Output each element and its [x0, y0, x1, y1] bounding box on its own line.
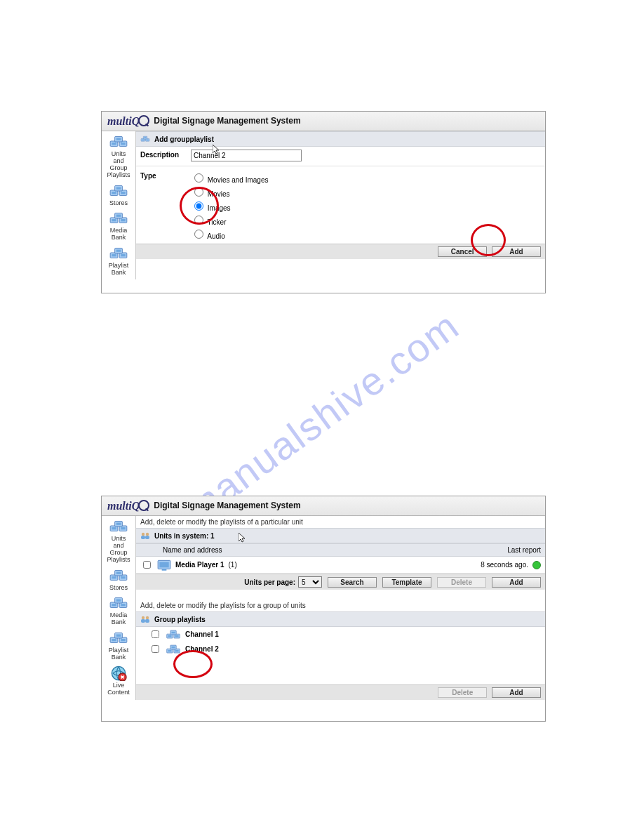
app-title-2: Digital Signage Management System — [154, 501, 300, 510]
live-content-icon — [109, 666, 128, 681]
sidebar-item-media-bank-2[interactable]: Media Bank — [103, 595, 134, 626]
cancel-button[interactable]: Cancel — [438, 246, 487, 257]
units-paging-bar: Units per page: 5 Search Template Delete… — [136, 574, 545, 590]
type-images[interactable]: Images — [191, 199, 269, 213]
col-last: Last report — [507, 546, 541, 554]
sidebar-item-playlist-bank[interactable]: Playlist Bank — [103, 246, 134, 277]
group-name: Channel 1 — [185, 630, 219, 638]
units-per-page-select[interactable]: 5 — [298, 576, 322, 588]
add-unit-button[interactable]: Add — [492, 577, 541, 588]
stores-icon — [109, 183, 128, 199]
unit-checkbox[interactable] — [143, 561, 151, 569]
app-title: Digital Signage Management System — [154, 116, 300, 126]
panel-units-and-groups: multiQ Digital Signage Management System… — [101, 496, 546, 722]
group-icon — [166, 644, 181, 654]
group-checkbox[interactable] — [152, 630, 159, 638]
col-name: Name and address — [163, 546, 222, 554]
app-header: multiQ Digital Signage Management System — [102, 112, 545, 131]
group-row-channel-1[interactable]: Channel 1 — [136, 627, 545, 642]
playlist-bank-icon — [109, 630, 128, 646]
type-ticker[interactable]: Ticker — [191, 213, 269, 227]
group-checkbox[interactable] — [152, 645, 159, 653]
units-columns: Name and address Last report — [136, 543, 545, 557]
type-movies-images[interactable]: Movies and Images — [191, 171, 269, 185]
people-icon — [140, 614, 150, 624]
media-bank-icon — [109, 211, 128, 226]
groups-section-title: Group playlists — [136, 611, 545, 627]
unit-count: (1) — [228, 561, 236, 569]
units-icon — [109, 134, 128, 150]
sidebar-item-stores-2[interactable]: Stores — [103, 568, 134, 592]
type-movies[interactable]: Movies — [191, 185, 269, 199]
main-content-2: Add, delete or modify the playlists of a… — [136, 516, 545, 700]
sidebar-item-media-bank[interactable]: Media Bank — [103, 211, 134, 241]
sidebar-item-stores[interactable]: Stores — [103, 183, 134, 207]
groups-button-bar: Delete Add — [136, 684, 545, 700]
playlist-bank-icon — [109, 246, 128, 261]
type-options: Movies and Images Movies Images Ticker A… — [191, 171, 269, 241]
delete-group-button-disabled: Delete — [438, 687, 487, 698]
app-header-2: multiQ Digital Signage Management System — [102, 496, 545, 516]
type-label: Type — [140, 171, 191, 180]
brand-logo-2: multiQ — [107, 498, 149, 512]
brand-logo: multiQ — [107, 114, 149, 128]
unit-name: Media Player 1 — [175, 561, 224, 569]
group-row-channel-2[interactable]: Channel 2 — [136, 642, 545, 656]
units-hint: Add, delete or modify the playlists of a… — [136, 516, 545, 528]
paging-label: Units per page: — [244, 578, 295, 586]
type-audio[interactable]: Audio — [191, 227, 269, 241]
main-content: Add groupplaylist Description Type Movie… — [136, 131, 545, 279]
sidebar-item-units[interactable]: Units and Group Playlists — [103, 134, 134, 179]
unit-row[interactable]: Media Player 1 (1) 8 seconds ago. — [136, 557, 545, 574]
media-bank-icon — [109, 595, 128, 611]
sidebar: Units and Group Playlists Stores Media B… — [102, 131, 136, 279]
panel-add-groupplaylist: multiQ Digital Signage Management System… — [101, 111, 546, 293]
add-group-button[interactable]: Add — [492, 687, 541, 698]
sidebar-item-playlist-bank-2[interactable]: Playlist Bank — [103, 630, 134, 661]
units-icon — [109, 519, 128, 534]
description-label: Description — [140, 150, 191, 159]
sidebar-item-units-2[interactable]: Units and Group Playlists — [103, 519, 134, 564]
form-button-bar: Cancel Add — [136, 244, 545, 259]
people-icon — [140, 531, 150, 541]
monitor-icon — [157, 560, 171, 571]
description-input[interactable] — [191, 150, 302, 161]
stores-icon — [109, 568, 128, 583]
section-icon — [140, 134, 150, 144]
units-section-title: Units in system: 1 — [136, 528, 545, 543]
status-dot-icon — [532, 561, 541, 569]
template-button[interactable]: Template — [382, 577, 431, 588]
sidebar-2: Units and Group Playlists Stores Media B… — [102, 516, 136, 700]
add-button[interactable]: Add — [492, 246, 541, 257]
groups-hint: Add, delete or modify the playlists for … — [136, 600, 545, 611]
unit-last-report: 8 seconds ago. — [481, 561, 528, 569]
group-name: Channel 2 — [185, 645, 219, 653]
delete-button-disabled: Delete — [437, 577, 486, 588]
sidebar-item-live-content[interactable]: Live Content — [103, 666, 134, 696]
search-button[interactable]: Search — [328, 577, 377, 588]
group-icon — [166, 630, 181, 640]
section-title: Add groupplaylist — [136, 131, 545, 147]
